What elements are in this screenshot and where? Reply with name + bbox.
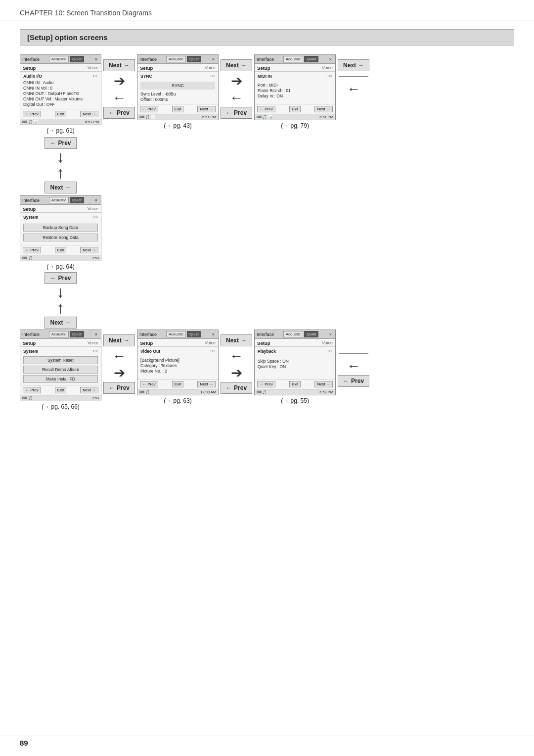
right-arrow-5: ➔ <box>231 366 242 380</box>
system-reset-btn[interactable]: System Reset <box>23 356 98 364</box>
midi-in-prev-btn[interactable]: ← Prev <box>257 106 275 112</box>
section-header: [Setup] option screens <box>20 29 514 46</box>
prev-btn-block-5: ← Prev <box>221 382 252 394</box>
audio-io-vert-nav: ← Prev ↓ ↑ Next → <box>20 137 101 193</box>
audio-io-exit-btn[interactable]: Exit <box>55 111 66 117</box>
video-out-next-btn[interactable]: Next → <box>197 381 216 387</box>
next-btn-after-midi[interactable]: Next → <box>338 59 369 71</box>
playback-col: Interface Acoustic Quiet × Setup Voice P… <box>254 330 336 405</box>
left-arrow-5: ← <box>229 349 243 363</box>
playback-interface-label: Interface <box>257 332 274 337</box>
system12-prev-btn[interactable]: ← Prev <box>23 387 41 393</box>
recall-demo-btn[interactable]: Recall Demo Album <box>23 366 98 374</box>
prev-btn-2[interactable]: ← Prev <box>221 107 252 119</box>
midi-in-statusbar: ⌨ 🎵 📊 6:51 PM <box>255 114 335 120</box>
sync-close[interactable]: × <box>211 57 216 62</box>
midi-in-tabs: Acoustic Quiet <box>283 56 318 62</box>
midi-in-quiet-tab[interactable]: Quiet <box>304 56 318 62</box>
audio-io-acoustic-tab[interactable]: Acoustic <box>49 56 69 62</box>
midi-in-section: MIDI IN <box>258 74 272 79</box>
prev-btn-4[interactable]: ← Prev <box>103 382 135 394</box>
left-arrow-3: ← <box>347 82 360 96</box>
audio-io-col: Interface Acoustic Quiet × Setup Voice A… <box>20 54 101 135</box>
audio-io-prev-btn[interactable]: ← Prev <box>23 111 41 117</box>
system22-close[interactable]: × <box>93 198 99 203</box>
system22-exit-btn[interactable]: Exit <box>55 247 66 253</box>
system22-prev-btn[interactable]: ← Prev <box>23 247 41 253</box>
video-out-prev-btn[interactable]: ← Prev <box>140 381 158 387</box>
audio-io-quiet-tab[interactable]: Quiet <box>70 56 84 62</box>
system22-acoustic-tab[interactable]: Acoustic <box>49 197 69 203</box>
video-out-exit-btn[interactable]: Exit <box>172 381 183 387</box>
midi-in-next-btn[interactable]: Next → <box>314 106 333 112</box>
backup-btn[interactable]: Backup Song Data <box>23 224 98 232</box>
playback-next-btn[interactable]: Next → <box>314 381 333 387</box>
big-left-2: ← <box>229 90 243 105</box>
playback-icon2: 🎵 <box>263 390 267 394</box>
system12-exit-btn[interactable]: Exit <box>55 387 66 393</box>
system12-acoustic-tab[interactable]: Acoustic <box>49 331 69 337</box>
audio-io-data: OMNI IN : Audio OMNI IN Vol : 0 OMNI OUT… <box>23 80 98 107</box>
midi-in-exit-btn[interactable]: Exit <box>289 106 301 112</box>
audio-io-next-btn[interactable]: Next → <box>80 111 98 117</box>
next-btn-vert-sys22[interactable]: Next → <box>44 317 76 329</box>
system12-next-btn[interactable]: Next → <box>80 387 98 393</box>
system12-num: 1/2 <box>92 349 98 354</box>
system22-tabs: Acoustic Quiet <box>49 197 84 203</box>
next-btn-sync-midi[interactable]: Next → <box>221 59 252 71</box>
midi-in-acoustic-tab[interactable]: Acoustic <box>283 56 303 62</box>
audio-io-screen: Interface Acoustic Quiet × Setup Voice A… <box>20 54 101 125</box>
video-out-acoustic-tab[interactable]: Acoustic <box>166 331 186 337</box>
sync-prev-btn[interactable]: ← Prev <box>140 106 158 112</box>
prev-btn-1[interactable]: ← Prev <box>103 107 135 119</box>
playback-num: 1/1 <box>327 349 332 354</box>
playback-exit-btn[interactable]: Exit <box>289 381 301 387</box>
playback-line1: Skip Space : ON <box>258 359 332 364</box>
system22-quiet-tab[interactable]: Quiet <box>70 197 84 203</box>
system22-status-icons: ⌨ 🎵 <box>22 256 33 260</box>
midi-in-col: Interface Acoustic Quiet × Setup Voice M… <box>254 54 336 130</box>
next-btn-sys12-video[interactable]: Next → <box>103 334 135 346</box>
next-btn-video-playback[interactable]: Next → <box>221 334 252 346</box>
midi-in-data: Port : MIDI Piano Rcv ch : 01 Delay In :… <box>258 83 332 98</box>
playback-acoustic-tab[interactable]: Acoustic <box>283 331 303 337</box>
midi-in-close[interactable]: × <box>328 57 333 62</box>
system22-next-btn[interactable]: Next → <box>80 247 98 253</box>
video-out-line3: Picture No. : 2 <box>140 369 215 374</box>
system12-quiet-tab[interactable]: Quiet <box>70 331 84 337</box>
video-out-quiet-tab[interactable]: Quiet <box>187 331 201 337</box>
big-left-1: ← <box>112 90 126 105</box>
playback-quiet-tab[interactable]: Quiet <box>304 331 318 337</box>
next-btn-audio-sync[interactable]: Next → <box>103 59 135 71</box>
system12-page-ref: (→ pg. 65, 66) <box>42 403 80 410</box>
system12-close[interactable]: × <box>93 332 99 337</box>
playback-close[interactable]: × <box>328 332 333 337</box>
sync-screen: Interface Acoustic Quiet × Setup Voice S… <box>137 54 219 120</box>
prev-btn-vert-sys22[interactable]: ← Prev <box>44 272 76 284</box>
prev-btn-6[interactable]: ← Prev <box>338 375 369 387</box>
next-arrow-3: → <box>358 62 364 69</box>
sync-quiet-tab[interactable]: Quiet <box>187 56 201 62</box>
sync-body: SYNC 1/1 SYNC Sync Level : -6dBu Offset … <box>137 72 218 104</box>
prev-label-vert: Prev <box>58 140 71 146</box>
video-out-data: [Background Picture] Category : Textures… <box>140 358 215 374</box>
page-header: CHAPTER 10: Screen Transition Diagrams <box>0 0 534 20</box>
prev-btn-vert-audio[interactable]: ← Prev <box>44 137 76 149</box>
sync-next-btn[interactable]: Next → <box>197 106 216 112</box>
make-install-btn[interactable]: Make Install FD <box>23 375 98 383</box>
audio-io-time: 6:51 PM <box>85 120 99 124</box>
video-out-body: Video Out 1/1 [Background Picture] Categ… <box>137 347 218 379</box>
system12-title: Setup <box>23 340 36 346</box>
audio-io-close[interactable]: × <box>93 57 99 62</box>
video-out-time: 12:03 AM <box>200 390 216 394</box>
next-btn-vert-audio[interactable]: Next → <box>44 182 76 193</box>
video-out-close[interactable]: × <box>211 332 216 337</box>
sync-acoustic-tab[interactable]: Acoustic <box>166 56 186 62</box>
video-out-page-ref: (→ pg. 63) <box>164 397 192 404</box>
sync-exit-btn[interactable]: Exit <box>172 106 183 112</box>
prev-btn-5[interactable]: ← Prev <box>221 382 252 394</box>
audio-io-body: Audio I/O 1/1 OMNI IN : Audio OMNI IN Vo… <box>20 72 101 109</box>
video-out-tabs: Acoustic Quiet <box>166 331 201 337</box>
playback-prev-btn[interactable]: ← Prev <box>257 381 275 387</box>
restore-btn[interactable]: Restore Song Data <box>23 234 98 241</box>
